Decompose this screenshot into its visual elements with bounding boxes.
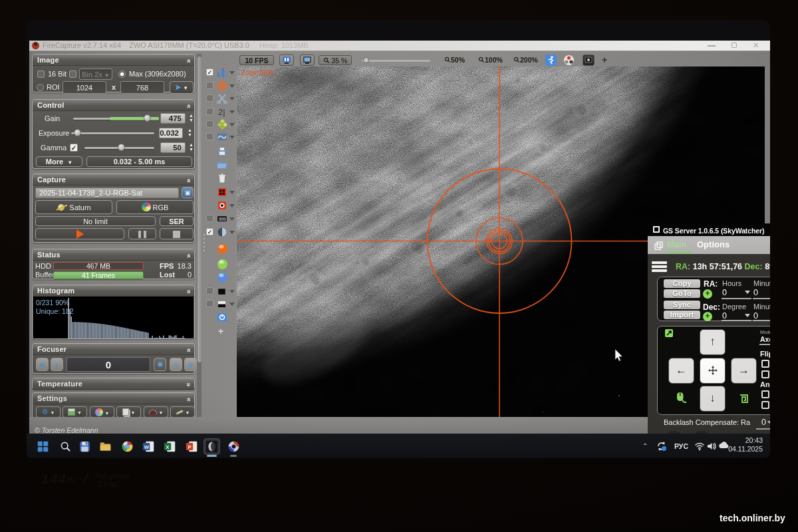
svg-text:Zoom 35%: Zoom 35% <box>241 69 273 76</box>
svg-text:2|: 2| <box>218 107 225 117</box>
svg-text:X: X <box>166 444 170 450</box>
svg-text:P: P <box>188 444 191 450</box>
svg-text:W: W <box>144 444 150 450</box>
svg-text:999: 999 <box>219 217 226 221</box>
